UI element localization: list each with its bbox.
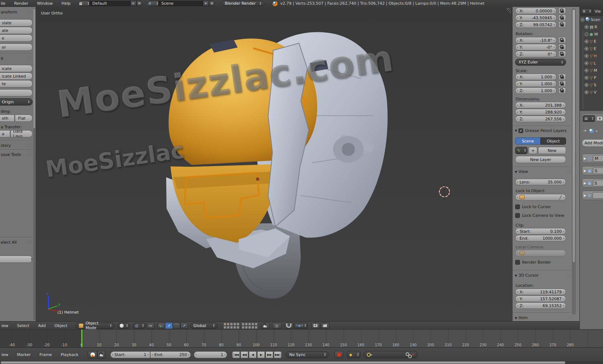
menu-render[interactable]: Render xyxy=(10,1,33,6)
data-button[interactable]: a xyxy=(0,130,10,137)
outliner-scene-row[interactable]: − Scen xyxy=(580,16,603,23)
cursor-z-field[interactable]: Z:69.15352 xyxy=(515,302,566,309)
layout-name-field[interactable]: Default xyxy=(90,1,130,6)
scene-browse-icon[interactable]: ◔▴▾ xyxy=(148,1,159,6)
next-keyframe-button[interactable]: ▶▶ xyxy=(266,351,273,358)
menu-marker[interactable]: Marker xyxy=(13,352,35,357)
new-layer-button[interactable]: New Layer xyxy=(515,156,566,163)
rotation-z-lock-button[interactable] xyxy=(558,51,566,57)
delete-button[interactable]: te xyxy=(0,80,33,87)
object-name[interactable]: P xyxy=(594,75,596,80)
object-name[interactable]: R xyxy=(594,25,597,29)
timeline-scrollbar[interactable] xyxy=(0,361,603,364)
scene-delete-button[interactable]: ✕ xyxy=(209,1,215,6)
scale-y-lock-button[interactable] xyxy=(558,80,566,87)
jump-to-end-button[interactable]: ▶▶| xyxy=(274,351,282,358)
render-tab-icon[interactable] xyxy=(597,117,602,120)
modifier-name-field[interactable]: S xyxy=(593,180,603,186)
outliner-item[interactable]: + ▽ L xyxy=(584,59,603,67)
mode-dropdown[interactable]: Object Mode▴▾ xyxy=(75,323,115,329)
location-z-field[interactable]: Z:99.05742 xyxy=(515,21,557,28)
orientation-dropdown[interactable]: Global▴▾ xyxy=(190,323,218,329)
render-border-row[interactable]: Render Border xyxy=(515,260,551,265)
view-panel-header[interactable]: ▼View xyxy=(515,169,528,174)
scene-add-button[interactable]: + xyxy=(203,1,209,6)
record-button[interactable] xyxy=(335,351,343,358)
current-frame-field[interactable]: 1 xyxy=(194,351,227,358)
expand-icon[interactable]: ▶ xyxy=(584,181,586,185)
toolshelf-scrollbar[interactable] xyxy=(33,8,35,320)
mirror-button[interactable]: or xyxy=(0,44,33,51)
frame-start-field[interactable]: Start:1 xyxy=(110,351,150,358)
manipulator-toggle-button[interactable]: ⇔ xyxy=(147,323,155,329)
menu-file[interactable]: ile xyxy=(0,1,10,6)
play-reverse-button[interactable]: ◀ xyxy=(249,351,257,358)
pivot-dropdown[interactable]: ◎▴▾ xyxy=(133,323,146,329)
expand-icon[interactable]: ▶ xyxy=(584,194,586,197)
expand-icon[interactable]: + xyxy=(584,83,588,87)
location-x-lock-button[interactable] xyxy=(558,8,566,14)
proportional-edit-dropdown[interactable]: ◎ xyxy=(272,323,282,329)
object-name[interactable]: E xyxy=(594,39,596,44)
translate-button[interactable]: slate xyxy=(0,19,33,26)
rotation-y-field[interactable]: Y:-0° xyxy=(515,44,557,50)
layer-grid-1[interactable] xyxy=(223,323,239,329)
dimensions-z-field[interactable]: Z:267.556 xyxy=(515,116,566,122)
object-name[interactable]: W xyxy=(594,32,598,37)
expand-icon[interactable]: ▶ xyxy=(584,157,586,160)
delete-key-scissors-icon[interactable]: ✂ xyxy=(411,352,415,357)
location-z-lock-button[interactable] xyxy=(558,21,566,28)
lock-to-cursor-row[interactable]: Lock to Cursor xyxy=(515,204,551,209)
menu-playback[interactable]: Playback xyxy=(56,352,83,357)
object-name[interactable]: S xyxy=(594,83,596,87)
outliner-item[interactable]: + ▽ M xyxy=(584,67,603,74)
location-y-lock-button[interactable] xyxy=(558,15,566,21)
menu-window[interactable]: Window xyxy=(33,1,57,6)
menu-frame[interactable]: Frame xyxy=(35,352,56,357)
lock-to-scene-button[interactable] xyxy=(261,323,269,329)
grease-pencil-checkbox[interactable]: ✓ xyxy=(518,128,523,133)
shade-smooth-button[interactable]: oth xyxy=(0,115,15,122)
editor-type-button[interactable] xyxy=(88,351,97,359)
timeline-ruler[interactable]: -40-30-20-100102030405060708090100110120… xyxy=(0,329,603,348)
clip-end-field[interactable]: End:1000.000 xyxy=(515,235,566,241)
outliner-item[interactable]: + ▽ P xyxy=(584,74,603,81)
modifier-panel[interactable]: ▶ ● S xyxy=(582,178,603,188)
outliner-item[interactable]: ● W xyxy=(584,30,603,38)
collapse-icon[interactable]: − xyxy=(581,18,584,22)
data-layout-button[interactable]: Data Layo xyxy=(11,130,33,137)
lock-camera-row[interactable]: Lock Camera to View xyxy=(515,213,564,218)
modifier-panel[interactable]: ▶ ◫ M xyxy=(582,154,603,163)
menu-timeline-view[interactable]: iew xyxy=(0,352,13,357)
panel-transform-title[interactable]: ansform xyxy=(1,10,17,15)
properties-editor-dropdown[interactable]: ▤▴▾ xyxy=(583,115,595,122)
lens-field[interactable]: Lens:35.000 xyxy=(515,179,566,185)
lock-to-cursor-checkbox[interactable] xyxy=(515,204,520,209)
n-panel-scrollbar[interactable] xyxy=(572,8,576,315)
rotate-manipulator-button[interactable]: ⌒ xyxy=(173,323,180,329)
outliner-item[interactable]: + ▽ H xyxy=(584,52,603,59)
prev-keyframe-button[interactable]: ◀◀ xyxy=(241,351,248,358)
outliner-item[interactable]: + ▽ E xyxy=(584,45,603,52)
expand-icon[interactable]: + xyxy=(584,90,588,94)
rotation-z-field[interactable]: Z:0° xyxy=(515,51,557,57)
shading-dropdown[interactable]: ▴▾ xyxy=(118,323,130,329)
join-button[interactable] xyxy=(0,89,33,96)
local-camera-field[interactable] xyxy=(515,250,566,256)
object-name[interactable]: H xyxy=(594,54,596,58)
render-border-checkbox[interactable] xyxy=(515,260,520,265)
screen-layout-selector[interactable]: ▦▴▾ Default + ✕ xyxy=(79,1,143,6)
menu-add[interactable]: Add xyxy=(34,323,50,328)
object-name[interactable]: E xyxy=(594,46,596,51)
layer-grid-2[interactable] xyxy=(242,323,258,329)
expand-icon[interactable]: + xyxy=(584,40,588,44)
scale-x-field[interactable]: X:1.000 xyxy=(515,74,557,80)
shade-flat-button[interactable]: Flat xyxy=(15,115,33,122)
expand-icon[interactable]: + xyxy=(584,76,588,80)
panel-edit-title[interactable]: it xyxy=(1,56,3,61)
expand-icon[interactable]: ▶ xyxy=(584,169,586,173)
menu-view[interactable]: iew xyxy=(0,323,13,328)
cursor-panel-header[interactable]: ▼3D Cursor xyxy=(515,273,538,278)
timeline-lock-button[interactable] xyxy=(97,351,105,359)
scale-manipulator-button[interactable]: ➚ xyxy=(180,323,188,329)
